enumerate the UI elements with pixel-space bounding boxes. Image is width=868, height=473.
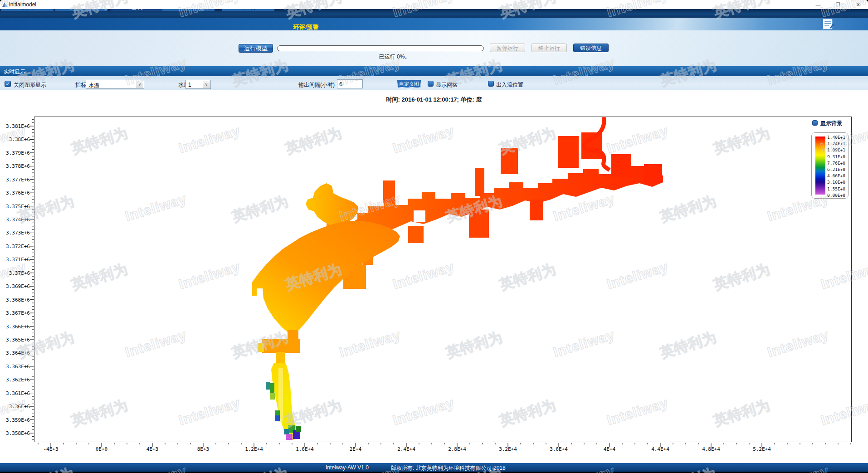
legend-value: 6.21E+0 bbox=[827, 167, 845, 172]
copyright: 版权所有: 北京英特利为环境科技有限公司 2018 bbox=[391, 464, 506, 472]
layer-select[interactable]: 1 ∨ bbox=[185, 80, 211, 89]
y-tick-label: 3.371E+6 bbox=[0, 257, 30, 263]
window-title: initialmodel bbox=[9, 1, 36, 8]
app-version: Intelway-AW V1.0 bbox=[326, 464, 369, 471]
y-tick-label: 3.376E+6 bbox=[0, 190, 30, 196]
x-tick-label: 2.4E+4 bbox=[397, 446, 415, 452]
indicator-value: 水温 bbox=[88, 82, 99, 89]
legend-box: 1.40E+11.24E+11.09E+19.31E+07.76E+06.21E… bbox=[811, 132, 848, 199]
y-tick-label: 3.365E+6 bbox=[0, 337, 30, 343]
y-tick-label: 3.373E+6 bbox=[0, 230, 30, 236]
custom-spectrum-button[interactable]: 自定义图谱 bbox=[397, 80, 421, 88]
section-title: 实时显示 bbox=[4, 68, 25, 76]
chevron-down-icon: ∨ bbox=[203, 81, 210, 88]
env-warning-label: 环评/预警 bbox=[293, 23, 319, 31]
x-tick-label: 3.6E+4 bbox=[550, 446, 568, 452]
legend-value: 1.09E+1 bbox=[827, 147, 845, 152]
close-graph-label: 关闭图形显示 bbox=[14, 81, 46, 89]
close-graph-checkbox[interactable]: ✓ bbox=[5, 81, 11, 87]
status-bar: Intelway-AW V1.0 版权所有: 北京英特利为环境科技有限公司 20… bbox=[0, 463, 868, 472]
realtime-display-bar: 实时显示 bbox=[0, 66, 868, 76]
progress-bar bbox=[277, 45, 484, 51]
indicator-label: 指标 bbox=[75, 81, 86, 89]
x-tick-label: 3.2E+4 bbox=[499, 446, 517, 452]
legend-value: 3.10E+0 bbox=[827, 180, 845, 185]
y-tick-label: 3.377E+6 bbox=[0, 177, 30, 183]
y-tick-label: 3.366E+6 bbox=[0, 324, 30, 330]
legend-color-bar bbox=[815, 137, 825, 195]
show-background-checkbox[interactable] bbox=[812, 120, 818, 126]
time-unit-status: 时间: 2016-01-01 12:00:17; 单位: 度 bbox=[386, 96, 482, 104]
x-tick-label: 8E+3 bbox=[197, 446, 210, 452]
minimize-icon[interactable]: — bbox=[808, 0, 828, 9]
indicator-select[interactable]: 水温 ∨ bbox=[86, 80, 144, 89]
terminate-run-button[interactable]: 终止运行 bbox=[532, 44, 567, 52]
chevron-down-icon: ∨ bbox=[136, 81, 143, 88]
x-tick-label: 5.2E+4 bbox=[753, 446, 771, 452]
watermark-text: Inteliway bbox=[0, 395, 28, 429]
y-tick-label: 3.36E+6 bbox=[0, 404, 30, 410]
y-tick-label: 3.375E+6 bbox=[0, 204, 30, 210]
legend-value: 7.76E+0 bbox=[827, 161, 845, 166]
y-tick-label: 3.358E+6 bbox=[0, 430, 30, 436]
legend-value: 0.00E+0 bbox=[827, 193, 845, 198]
interval-input[interactable] bbox=[337, 79, 363, 88]
inout-flow-checkbox[interactable] bbox=[488, 81, 494, 87]
run-model-button[interactable]: 运行模型 bbox=[239, 44, 273, 53]
x-tick-label: 0E+0 bbox=[96, 446, 108, 452]
inout-flow-label: 出入流位置 bbox=[496, 81, 523, 89]
y-tick-label: 3.362E+6 bbox=[0, 377, 30, 383]
x-tick-label: 4.4E+4 bbox=[651, 446, 669, 452]
x-tick-label: -4E+3 bbox=[43, 446, 58, 452]
y-tick-label: 3.372E+6 bbox=[0, 244, 30, 249]
layer-value: 1 bbox=[188, 82, 191, 88]
app-icon bbox=[2, 1, 8, 8]
pause-run-button[interactable]: 暂停运行 bbox=[490, 44, 525, 52]
y-tick-label: 3.378E+6 bbox=[0, 163, 30, 169]
error-info-button[interactable]: 错误信息 bbox=[573, 44, 609, 52]
legend-value: 1.40E+1 bbox=[827, 135, 845, 140]
legend-value: 1.55E+0 bbox=[827, 186, 845, 191]
show-background-label: 显示背景 bbox=[820, 120, 842, 127]
y-tick-label: 3.368E+6 bbox=[0, 297, 30, 303]
tab-band bbox=[0, 18, 868, 30]
x-tick-label: 4E+4 bbox=[604, 446, 616, 452]
app-window: initialmodel — ❐ ✕ 项目输入运行结果帮助 环评/预警 运行模型… bbox=[0, 0, 868, 473]
interval-label: 输出间隔(小时) bbox=[298, 81, 335, 89]
show-grid-label: 显示网格 bbox=[436, 81, 458, 89]
maximize-icon[interactable]: ❐ bbox=[828, 0, 848, 9]
x-tick-label: 2E+4 bbox=[350, 446, 362, 452]
x-tick-label: 1.2E+4 bbox=[245, 446, 263, 452]
show-grid-checkbox[interactable] bbox=[428, 81, 434, 87]
y-tick-label: 3.364E+6 bbox=[0, 350, 30, 356]
title-bar: initialmodel — ❐ ✕ bbox=[0, 0, 868, 9]
x-tick-label: 4E+3 bbox=[146, 446, 159, 452]
x-tick-label: 2.8E+4 bbox=[448, 446, 466, 452]
x-tick-label: 4.8E+4 bbox=[702, 446, 720, 452]
plot-area bbox=[34, 117, 852, 442]
y-tick-label: 3.361E+6 bbox=[0, 390, 30, 396]
legend-value: 1.24E+1 bbox=[827, 141, 845, 146]
y-tick-label: 3.374E+6 bbox=[0, 217, 30, 223]
y-tick-label: 3.38E+6 bbox=[0, 137, 30, 142]
x-tick-label: 1.6E+4 bbox=[296, 446, 314, 452]
y-tick-label: 3.381E+6 bbox=[0, 123, 30, 129]
y-tick-label: 3.379E+6 bbox=[0, 150, 30, 156]
y-tick-label: 3.367E+6 bbox=[0, 310, 30, 316]
y-tick-label: 3.37E+6 bbox=[0, 270, 30, 276]
y-tick-label: 3.359E+6 bbox=[0, 417, 30, 423]
close-icon[interactable]: ✕ bbox=[848, 0, 868, 9]
legend-value: 4.66E+0 bbox=[827, 173, 845, 178]
y-tick-label: 3.363E+6 bbox=[0, 364, 30, 370]
progress-text: 已运行 0%。 bbox=[358, 53, 431, 61]
notebook-icon[interactable] bbox=[819, 19, 834, 30]
legend-value: 9.31E+0 bbox=[827, 154, 845, 159]
y-tick-label: 3.369E+6 bbox=[0, 283, 30, 289]
